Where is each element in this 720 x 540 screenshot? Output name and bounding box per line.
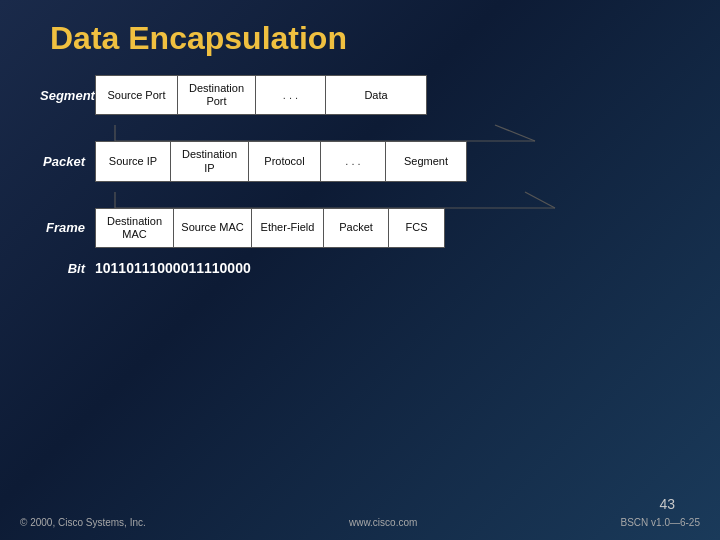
source-port-cell: Source Port: [96, 76, 178, 114]
destination-ip-cell: DestinationIP: [171, 142, 249, 180]
packet-label: Packet: [40, 154, 95, 169]
ether-field-cell: Ether-Field: [252, 209, 324, 247]
bit-value: 10110111000011110000: [95, 260, 251, 276]
seg-pkt-connector: [105, 125, 675, 141]
fcs-cell: FCS: [389, 209, 444, 247]
frame-row: Frame DestinationMAC Source MAC Ether-Fi…: [40, 208, 680, 248]
packet-segment-cell: Segment: [386, 142, 466, 180]
segment-row: Segment Source Port DestinationPort . . …: [40, 75, 680, 115]
packet-dots-cell: . . .: [321, 142, 386, 180]
pkt-frm-svg: [105, 192, 675, 208]
bit-row: Bit 10110111000011110000: [40, 260, 680, 276]
destination-port-cell: DestinationPort: [178, 76, 256, 114]
segment-box: Source Port DestinationPort . . . Data: [95, 75, 427, 115]
source-ip-cell: Source IP: [96, 142, 171, 180]
frame-packet-cell: Packet: [324, 209, 389, 247]
slide-title: Data Encapsulation: [40, 20, 680, 57]
segment-label: Segment: [40, 88, 95, 103]
segment-data-cell: Data: [326, 76, 426, 114]
svg-line-4: [525, 192, 555, 208]
footer-copyright: © 2000, Cisco Systems, Inc.: [20, 517, 146, 528]
footer-website: www.cisco.com: [349, 517, 417, 528]
destination-mac-cell: DestinationMAC: [96, 209, 174, 247]
diagram-area: Segment Source Port DestinationPort . . …: [40, 75, 680, 276]
slide: Data Encapsulation Segment Source Port D…: [0, 0, 720, 540]
page-number: 43: [659, 496, 675, 512]
pkt-frm-connector: [105, 192, 675, 208]
svg-line-1: [495, 125, 535, 141]
footer-course: BSCN v1.0—6-25: [621, 517, 700, 528]
source-mac-cell: Source MAC: [174, 209, 252, 247]
seg-pkt-svg: [105, 125, 675, 141]
footer: © 2000, Cisco Systems, Inc. www.cisco.co…: [0, 517, 720, 528]
segment-dots-cell: . . .: [256, 76, 326, 114]
frame-label: Frame: [40, 220, 95, 235]
packet-box: Source IP DestinationIP Protocol . . . S…: [95, 141, 467, 181]
frame-box: DestinationMAC Source MAC Ether-Field Pa…: [95, 208, 445, 248]
packet-row: Packet Source IP DestinationIP Protocol …: [40, 141, 680, 181]
bit-label: Bit: [40, 261, 95, 276]
protocol-cell: Protocol: [249, 142, 321, 180]
